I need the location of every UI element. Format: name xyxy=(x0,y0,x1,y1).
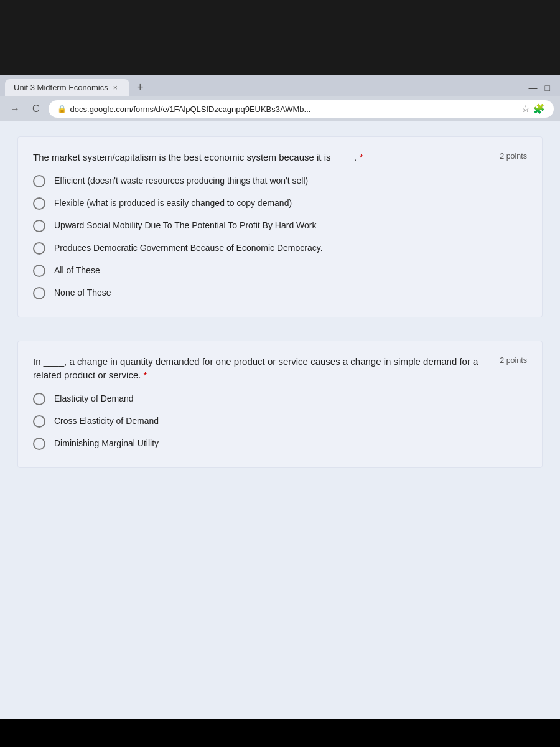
option-label-2-3: Diminishing Marginal Utility xyxy=(54,438,159,450)
tab-close-button[interactable]: × xyxy=(113,83,118,92)
option-label-2-1: Elasticity of Demand xyxy=(54,393,134,405)
question-text-1: The market system/capitalism is the best… xyxy=(33,151,500,165)
address-text: docs.google.com/forms/d/e/1FAlpQLSfDzcag… xyxy=(70,105,518,114)
option-1-4[interactable]: Produces Democratic Government Because o… xyxy=(33,242,527,255)
option-1-5[interactable]: All of These xyxy=(33,265,527,277)
tab-title: Unit 3 Midterm Economics xyxy=(14,83,108,92)
question-body-1: The market system/capitalism is the best… xyxy=(33,152,363,162)
options-list-2: Elasticity of Demand Cross Elasticity of… xyxy=(33,393,527,450)
question-body-2: In ____, a change in quantity demanded f… xyxy=(33,356,478,381)
options-list-1: Efficient (doesn't waste resources produ… xyxy=(33,175,527,299)
radio-1-1[interactable] xyxy=(33,175,45,187)
option-1-6[interactable]: None of These xyxy=(33,287,527,299)
option-label-2-2: Cross Elasticity of Demand xyxy=(54,415,159,428)
option-label-1-1: Efficient (doesn't waste resources produ… xyxy=(54,175,308,187)
back-button[interactable]: → xyxy=(6,102,24,116)
option-2-1[interactable]: Elasticity of Demand xyxy=(33,393,527,405)
section-divider xyxy=(17,329,543,329)
new-tab-button[interactable]: + xyxy=(132,78,149,96)
window-controls: — □ xyxy=(529,83,555,93)
radio-2-3[interactable] xyxy=(33,438,45,450)
radio-2-1[interactable] xyxy=(33,393,45,405)
question-header-2: In ____, a change in quantity demanded f… xyxy=(33,355,527,383)
address-bar-row: → C 🔒 docs.google.com/forms/d/e/1FAlpQLS… xyxy=(0,96,560,121)
option-label-1-5: All of These xyxy=(54,265,100,277)
option-2-3[interactable]: Diminishing Marginal Utility xyxy=(33,438,527,450)
extension-icon[interactable]: 🧩 xyxy=(533,103,545,115)
option-1-2[interactable]: Flexible (what is produced is easily cha… xyxy=(33,197,527,210)
browser-chrome: Unit 3 Midterm Economics × + — □ → C 🔒 d… xyxy=(0,75,560,121)
top-bezel xyxy=(0,0,560,75)
option-label-1-6: None of These xyxy=(54,287,111,299)
minimize-button[interactable]: — xyxy=(529,83,538,93)
bookmark-star-icon[interactable]: ☆ xyxy=(521,103,530,115)
radio-1-5[interactable] xyxy=(33,265,45,277)
address-bar[interactable]: 🔒 docs.google.com/forms/d/e/1FAlpQLSfDzc… xyxy=(49,100,554,118)
required-star-1: * xyxy=(357,152,363,162)
radio-1-2[interactable] xyxy=(33,197,45,210)
radio-1-4[interactable] xyxy=(33,242,45,255)
option-label-1-3: Upward Social Mobility Due To The Potent… xyxy=(54,220,316,232)
question-header-1: The market system/capitalism is the best… xyxy=(33,151,527,165)
option-1-3[interactable]: Upward Social Mobility Due To The Potent… xyxy=(33,220,527,232)
radio-2-2[interactable] xyxy=(33,415,45,428)
refresh-button[interactable]: C xyxy=(29,102,44,116)
page-content: The market system/capitalism is the best… xyxy=(0,121,560,719)
option-label-1-4: Produces Democratic Government Because o… xyxy=(54,242,323,255)
lock-icon: 🔒 xyxy=(57,105,67,113)
radio-1-6[interactable] xyxy=(33,287,45,299)
question-card-1: The market system/capitalism is the best… xyxy=(17,136,543,317)
option-2-2[interactable]: Cross Elasticity of Demand xyxy=(33,415,527,428)
question-text-2: In ____, a change in quantity demanded f… xyxy=(33,355,500,383)
question-card-2: In ____, a change in quantity demanded f… xyxy=(17,341,543,468)
tab-bar: Unit 3 Midterm Economics × + — □ xyxy=(0,75,560,96)
option-1-1[interactable]: Efficient (doesn't waste resources produ… xyxy=(33,175,527,187)
option-label-1-2: Flexible (what is produced is easily cha… xyxy=(54,197,292,210)
required-star-2: * xyxy=(141,370,147,380)
points-badge-2: 2 points xyxy=(500,356,527,365)
points-badge-1: 2 points xyxy=(500,152,527,161)
maximize-button[interactable]: □ xyxy=(545,83,550,93)
radio-1-3[interactable] xyxy=(33,220,45,232)
active-tab[interactable]: Unit 3 Midterm Economics × xyxy=(5,79,129,96)
